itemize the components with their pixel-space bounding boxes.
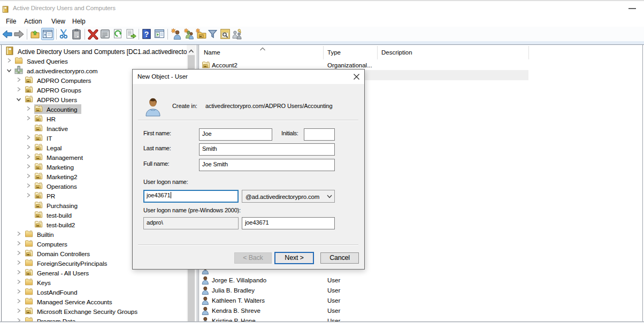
- svg-text:?: ?: [144, 30, 149, 39]
